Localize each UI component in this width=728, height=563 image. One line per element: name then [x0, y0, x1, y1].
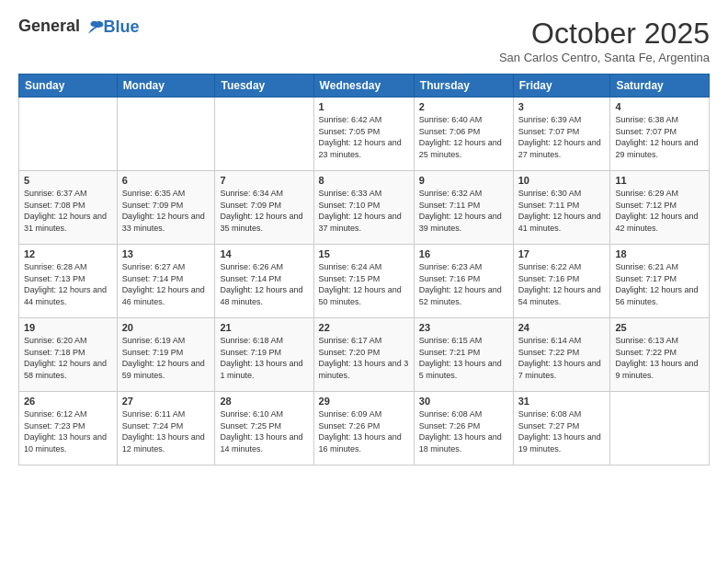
logo: General Blue [18, 17, 140, 38]
week-row-1: 1Sunrise: 6:42 AM Sunset: 7:05 PM Daylig… [19, 98, 710, 171]
calendar-cell: 22Sunrise: 6:17 AM Sunset: 7:20 PM Dayli… [313, 318, 414, 392]
title-area: October 2025 San Carlos Centro, Santa Fe… [499, 17, 710, 64]
day-number: 21 [220, 322, 308, 333]
col-header-monday: Monday [117, 75, 215, 98]
day-number: 20 [122, 322, 210, 333]
day-info: Sunrise: 6:29 AM Sunset: 7:12 PM Dayligh… [615, 188, 704, 234]
day-info: Sunrise: 6:08 AM Sunset: 7:26 PM Dayligh… [419, 408, 508, 454]
calendar-cell: 13Sunrise: 6:27 AM Sunset: 7:14 PM Dayli… [117, 245, 215, 318]
logo-general: General [18, 17, 80, 35]
day-info: Sunrise: 6:08 AM Sunset: 7:27 PM Dayligh… [518, 408, 606, 454]
month-title: October 2025 [499, 17, 710, 51]
col-header-wednesday: Wednesday [313, 75, 414, 98]
day-number: 17 [518, 248, 606, 259]
logo-bird-icon [85, 17, 106, 38]
week-row-4: 19Sunrise: 6:20 AM Sunset: 7:18 PM Dayli… [19, 318, 710, 392]
day-info: Sunrise: 6:09 AM Sunset: 7:26 PM Dayligh… [319, 408, 409, 454]
calendar-cell: 8Sunrise: 6:33 AM Sunset: 7:10 PM Daylig… [313, 171, 414, 245]
day-number: 4 [615, 101, 704, 112]
calendar-cell: 19Sunrise: 6:20 AM Sunset: 7:18 PM Dayli… [19, 318, 118, 392]
calendar-cell: 3Sunrise: 6:39 AM Sunset: 7:07 PM Daylig… [513, 98, 610, 171]
calendar: SundayMondayTuesdayWednesdayThursdayFrid… [18, 74, 710, 465]
calendar-cell: 27Sunrise: 6:11 AM Sunset: 7:24 PM Dayli… [117, 392, 215, 465]
day-number: 29 [319, 396, 409, 407]
calendar-cell: 29Sunrise: 6:09 AM Sunset: 7:26 PM Dayli… [313, 392, 414, 465]
day-info: Sunrise: 6:42 AM Sunset: 7:05 PM Dayligh… [319, 114, 409, 160]
day-number: 6 [122, 175, 210, 186]
day-info: Sunrise: 6:23 AM Sunset: 7:16 PM Dayligh… [419, 261, 508, 307]
calendar-header-row: SundayMondayTuesdayWednesdayThursdayFrid… [19, 75, 710, 98]
calendar-cell: 24Sunrise: 6:14 AM Sunset: 7:22 PM Dayli… [513, 318, 610, 392]
col-header-friday: Friday [513, 75, 610, 98]
calendar-cell: 16Sunrise: 6:23 AM Sunset: 7:16 PM Dayli… [414, 245, 513, 318]
calendar-cell [215, 98, 313, 171]
day-number: 14 [220, 248, 308, 259]
calendar-cell [610, 392, 710, 465]
day-info: Sunrise: 6:34 AM Sunset: 7:09 PM Dayligh… [220, 188, 308, 234]
logo-blue: Blue [104, 17, 140, 36]
day-number: 24 [518, 322, 606, 333]
calendar-cell: 2Sunrise: 6:40 AM Sunset: 7:06 PM Daylig… [414, 98, 513, 171]
day-number: 22 [319, 322, 409, 333]
day-info: Sunrise: 6:13 AM Sunset: 7:22 PM Dayligh… [615, 335, 704, 381]
calendar-cell: 30Sunrise: 6:08 AM Sunset: 7:26 PM Dayli… [414, 392, 513, 465]
day-info: Sunrise: 6:37 AM Sunset: 7:08 PM Dayligh… [24, 188, 112, 234]
day-number: 30 [419, 396, 508, 407]
calendar-cell: 31Sunrise: 6:08 AM Sunset: 7:27 PM Dayli… [513, 392, 610, 465]
day-info: Sunrise: 6:10 AM Sunset: 7:25 PM Dayligh… [220, 408, 308, 454]
day-number: 16 [419, 248, 508, 259]
week-row-3: 12Sunrise: 6:28 AM Sunset: 7:13 PM Dayli… [19, 245, 710, 318]
day-info: Sunrise: 6:38 AM Sunset: 7:07 PM Dayligh… [615, 114, 704, 160]
day-info: Sunrise: 6:22 AM Sunset: 7:16 PM Dayligh… [518, 261, 606, 307]
day-number: 27 [122, 396, 210, 407]
day-number: 8 [319, 175, 409, 186]
calendar-cell: 21Sunrise: 6:18 AM Sunset: 7:19 PM Dayli… [215, 318, 313, 392]
day-info: Sunrise: 6:27 AM Sunset: 7:14 PM Dayligh… [122, 261, 210, 307]
calendar-cell [117, 98, 215, 171]
calendar-cell: 5Sunrise: 6:37 AM Sunset: 7:08 PM Daylig… [19, 171, 118, 245]
day-number: 7 [220, 175, 308, 186]
calendar-cell: 9Sunrise: 6:32 AM Sunset: 7:11 PM Daylig… [414, 171, 513, 245]
day-number: 31 [518, 396, 606, 407]
day-info: Sunrise: 6:15 AM Sunset: 7:21 PM Dayligh… [419, 335, 508, 381]
day-number: 3 [518, 101, 606, 112]
logo-text: General Blue [18, 17, 140, 38]
day-number: 9 [419, 175, 508, 186]
calendar-cell: 11Sunrise: 6:29 AM Sunset: 7:12 PM Dayli… [610, 171, 710, 245]
calendar-cell: 14Sunrise: 6:26 AM Sunset: 7:14 PM Dayli… [215, 245, 313, 318]
day-number: 1 [319, 101, 409, 112]
day-number: 11 [615, 175, 704, 186]
day-info: Sunrise: 6:30 AM Sunset: 7:11 PM Dayligh… [518, 188, 606, 234]
col-header-thursday: Thursday [414, 75, 513, 98]
calendar-cell: 1Sunrise: 6:42 AM Sunset: 7:05 PM Daylig… [313, 98, 414, 171]
day-number: 5 [24, 175, 112, 186]
calendar-cell: 28Sunrise: 6:10 AM Sunset: 7:25 PM Dayli… [215, 392, 313, 465]
calendar-cell: 12Sunrise: 6:28 AM Sunset: 7:13 PM Dayli… [19, 245, 118, 318]
day-info: Sunrise: 6:28 AM Sunset: 7:13 PM Dayligh… [24, 261, 112, 307]
day-info: Sunrise: 6:26 AM Sunset: 7:14 PM Dayligh… [220, 261, 308, 307]
day-info: Sunrise: 6:17 AM Sunset: 7:20 PM Dayligh… [319, 335, 409, 381]
day-number: 12 [24, 248, 112, 259]
day-info: Sunrise: 6:35 AM Sunset: 7:09 PM Dayligh… [122, 188, 210, 234]
day-info: Sunrise: 6:32 AM Sunset: 7:11 PM Dayligh… [419, 188, 508, 234]
subtitle: San Carlos Centro, Santa Fe, Argentina [499, 51, 710, 64]
day-number: 10 [518, 175, 606, 186]
day-info: Sunrise: 6:20 AM Sunset: 7:18 PM Dayligh… [24, 335, 112, 381]
calendar-cell: 6Sunrise: 6:35 AM Sunset: 7:09 PM Daylig… [117, 171, 215, 245]
day-number: 26 [24, 396, 112, 407]
col-header-saturday: Saturday [610, 75, 710, 98]
day-info: Sunrise: 6:21 AM Sunset: 7:17 PM Dayligh… [615, 261, 704, 307]
col-header-sunday: Sunday [19, 75, 118, 98]
calendar-cell: 10Sunrise: 6:30 AM Sunset: 7:11 PM Dayli… [513, 171, 610, 245]
header: General Blue October 2025 San Carlos Cen… [18, 17, 710, 64]
calendar-cell [19, 98, 118, 171]
calendar-cell: 4Sunrise: 6:38 AM Sunset: 7:07 PM Daylig… [610, 98, 710, 171]
calendar-cell: 17Sunrise: 6:22 AM Sunset: 7:16 PM Dayli… [513, 245, 610, 318]
day-info: Sunrise: 6:12 AM Sunset: 7:23 PM Dayligh… [24, 408, 112, 454]
calendar-cell: 23Sunrise: 6:15 AM Sunset: 7:21 PM Dayli… [414, 318, 513, 392]
day-number: 19 [24, 322, 112, 333]
day-number: 18 [615, 248, 704, 259]
day-info: Sunrise: 6:18 AM Sunset: 7:19 PM Dayligh… [220, 335, 308, 381]
week-row-2: 5Sunrise: 6:37 AM Sunset: 7:08 PM Daylig… [19, 171, 710, 245]
day-number: 15 [319, 248, 409, 259]
